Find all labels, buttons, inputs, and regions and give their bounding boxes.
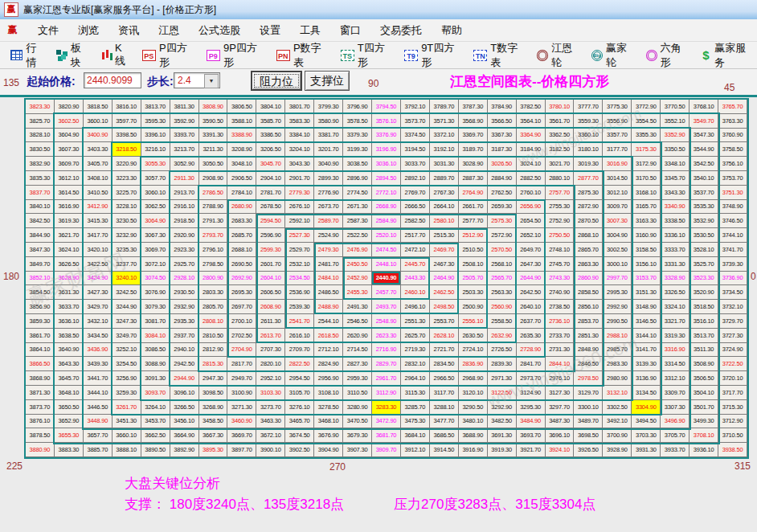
toolbar-item-0[interactable]: 行情 (8, 39, 48, 72)
grid-cell[interactable]: 2839.30 (488, 357, 517, 371)
menu-item-9[interactable]: 帮助 (441, 23, 462, 38)
grid-cell[interactable]: 3422.50 (84, 257, 113, 272)
grid-cell[interactable]: 3259.30 (113, 386, 141, 400)
grid-cell[interactable]: 3518.50 (689, 300, 718, 314)
grid-cell[interactable]: 2844.10 (546, 357, 575, 371)
grid-cell[interactable]: 3084.10 (141, 329, 170, 343)
grid-cell[interactable]: 3146.50 (632, 314, 661, 329)
grid-cell[interactable]: 3691.30 (488, 428, 517, 443)
grid-cell[interactable]: 2988.10 (603, 329, 632, 343)
grid-cell[interactable]: 3679.30 (343, 428, 372, 443)
grid-cell[interactable]: 3662.50 (141, 428, 170, 443)
grid-cell[interactable]: 3336.10 (661, 228, 689, 243)
grid-cell[interactable]: 3878.50 (26, 428, 55, 443)
grid-cell[interactable]: 3110.50 (343, 386, 372, 400)
grid-cell[interactable]: 3844.90 (26, 228, 55, 243)
grid-cell[interactable]: 3686.50 (430, 428, 459, 443)
grid-cell[interactable]: 3638.50 (55, 329, 84, 343)
grid-cell[interactable]: 3921.70 (517, 443, 546, 457)
grid-cell[interactable]: 3004.90 (603, 228, 632, 243)
grid-cell[interactable]: 2942.50 (170, 357, 199, 371)
grid-cell[interactable]: 3333.70 (661, 243, 689, 257)
grid-cell[interactable]: 2834.50 (430, 357, 459, 371)
grid-cell[interactable]: 2856.10 (574, 300, 603, 314)
toolbar-item-6[interactable]: TST四方形 (338, 39, 396, 72)
grid-cell[interactable]: 3619.30 (55, 214, 84, 228)
grid-cell[interactable]: 2486.50 (314, 285, 343, 300)
grid-cell[interactable]: 2810.50 (199, 329, 228, 343)
grid-cell[interactable]: 3069.70 (141, 243, 170, 257)
menu-item-3[interactable]: 江恩 (158, 23, 179, 38)
grid-cell[interactable]: 3391.30 (199, 129, 228, 143)
grid-cell[interactable]: 3019.30 (574, 157, 603, 171)
grid-cell[interactable]: 3559.30 (574, 114, 603, 129)
grid-cell[interactable]: 3093.70 (141, 386, 170, 400)
grid-cell[interactable]: 3350.50 (661, 142, 689, 157)
grid-cell[interactable]: 2505.70 (459, 272, 488, 286)
grid-cell[interactable]: 2918.50 (170, 214, 199, 228)
grid-cell[interactable]: 2774.50 (343, 186, 372, 200)
menu-item-7[interactable]: 窗口 (340, 23, 361, 38)
grid-cell[interactable]: 2688.10 (227, 243, 256, 257)
grid-cell[interactable]: 3300.10 (574, 400, 603, 415)
grid-cell[interactable]: 2476.90 (343, 243, 372, 257)
grid-cell[interactable]: 3199.30 (343, 142, 372, 157)
grid-cell[interactable]: 2503.30 (459, 285, 488, 300)
grid-cell[interactable]: 2752.90 (546, 214, 575, 228)
grid-cell[interactable]: 3127.30 (546, 386, 575, 400)
grid-cell[interactable]: 3240.10 (113, 272, 141, 286)
grid-cell[interactable]: 2882.50 (517, 171, 546, 186)
grid-cell[interactable]: 3009.70 (603, 200, 632, 215)
grid-cell[interactable]: 3132.10 (603, 386, 632, 400)
toolbar-item-8[interactable]: TNT数字表 (471, 39, 529, 72)
grid-cell[interactable]: 3324.10 (661, 300, 689, 314)
grid-cell[interactable]: 2671.30 (343, 200, 372, 215)
grid-cell[interactable]: 3170.50 (632, 171, 661, 186)
grid-cell[interactable]: 3204.10 (285, 142, 314, 157)
grid-cell[interactable]: 3931.30 (632, 443, 661, 457)
grid-cell[interactable]: 2582.50 (401, 214, 430, 228)
grid-cell[interactable]: 3316.90 (661, 343, 689, 358)
grid-cell[interactable]: 2450.50 (343, 257, 372, 272)
grid-cell[interactable]: 3117.70 (430, 386, 459, 400)
grid-cell[interactable]: 2685.70 (227, 228, 256, 243)
grid-cell[interactable]: 2647.30 (517, 257, 546, 272)
grid-cell[interactable]: 2889.70 (430, 171, 459, 186)
grid-cell[interactable]: 3825.70 (26, 114, 55, 129)
grid-cell[interactable]: 3765.70 (718, 100, 747, 114)
grid-cell[interactable]: 3052.90 (170, 157, 199, 171)
grid-cell[interactable]: 3043.30 (285, 157, 314, 171)
grid-cell[interactable]: 3876.10 (26, 415, 55, 429)
grid-cell[interactable]: 3612.10 (55, 171, 84, 186)
grid-cell[interactable]: 3835.30 (26, 171, 55, 186)
grid-cell[interactable]: 3710.50 (718, 428, 747, 443)
grid-cell[interactable]: 3453.70 (141, 415, 170, 429)
grid-cell[interactable]: 3444.10 (84, 386, 113, 400)
grid-cell[interactable]: 2544.10 (314, 314, 343, 329)
grid-cell[interactable]: 2611.30 (256, 314, 285, 329)
grid-cell[interactable]: 2848.90 (574, 343, 603, 358)
grid-cell[interactable]: 3576.10 (372, 114, 401, 129)
grid-cell[interactable]: 3568.90 (459, 114, 488, 129)
grid-cell[interactable]: 2820.10 (256, 357, 285, 371)
grid-cell[interactable]: 3499.30 (689, 415, 718, 429)
grid-cell[interactable]: 3650.50 (55, 400, 84, 415)
grid-cell[interactable]: 3734.50 (718, 285, 747, 300)
grid-cell[interactable]: 2558.50 (488, 314, 517, 329)
grid-cell[interactable]: 3276.10 (285, 400, 314, 415)
grid-cell[interactable]: 3060.10 (141, 186, 170, 200)
grid-cell[interactable]: 3016.90 (603, 157, 632, 171)
grid-cell[interactable]: 3472.90 (372, 415, 401, 429)
grid-cell[interactable]: 2649.70 (517, 243, 546, 257)
grid-cell[interactable]: 3902.50 (285, 443, 314, 457)
grid-cell[interactable]: 2527.30 (285, 228, 314, 243)
grid-cell[interactable]: 3729.70 (718, 314, 747, 329)
grid-cell[interactable]: 3820.90 (55, 100, 84, 114)
grid-cell[interactable]: 2812.90 (199, 343, 228, 358)
grid-cell[interactable]: 3321.70 (661, 314, 689, 329)
grid-cell[interactable]: 3840.10 (26, 200, 55, 215)
grid-cell[interactable]: 3172.90 (632, 157, 661, 171)
grid-cell[interactable]: 3554.50 (632, 114, 661, 129)
grid-cell[interactable]: 2676.10 (285, 200, 314, 215)
grid-cell[interactable]: 2880.10 (546, 171, 575, 186)
